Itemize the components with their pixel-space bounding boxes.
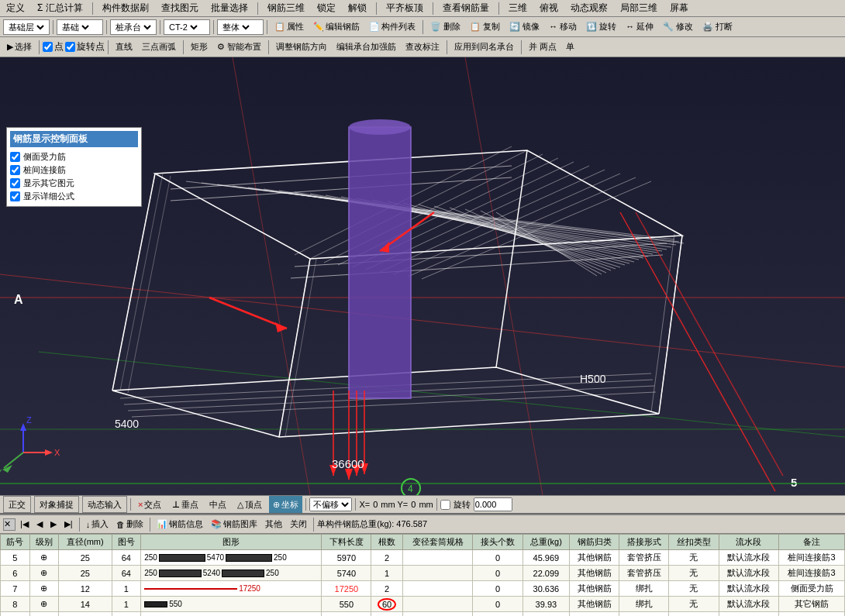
cell-note[interactable]: 其它钢筋 [779, 597, 845, 612]
print-button[interactable]: 🖨️ 打断 [698, 19, 736, 36]
arc-button[interactable]: 三点画弧 [138, 39, 180, 56]
cell-count[interactable]: 2 [371, 550, 402, 566]
menu-view-rebar[interactable]: 查看钢筋量 [440, 1, 492, 15]
adjust-dir-button[interactable]: 调整钢筋方向 [272, 39, 331, 56]
apply-same-button[interactable]: 应用到同名承台 [450, 39, 518, 56]
nav-last-button[interactable]: ▶| [61, 517, 76, 532]
menu-find[interactable]: 查找图元 [158, 1, 202, 15]
move-button[interactable]: ↔️ 移动 [545, 19, 581, 36]
cell-weight[interactable] [523, 612, 569, 617]
mid-button[interactable]: 中点 [205, 496, 230, 513]
cell-joint-cnt[interactable] [473, 612, 523, 617]
component-select[interactable]: 桩承台 [112, 22, 153, 33]
cell-count[interactable]: 60 [371, 597, 402, 612]
menu-define[interactable]: 定义 [3, 1, 28, 15]
cp-item-side-rebar[interactable]: 侧面受力筋 [10, 150, 138, 163]
cell-category[interactable]: 其他钢筋 [570, 550, 619, 566]
cell-weight[interactable]: 45.969 [523, 550, 569, 566]
cell-no[interactable]: 5 [1, 550, 30, 566]
layer-dropdown[interactable]: 基础层 [3, 19, 50, 35]
rotate-point-checkbox[interactable] [65, 42, 75, 52]
cell-var-spec[interactable] [402, 550, 473, 566]
rebar-info-button[interactable]: 📊 钢筋信息 [153, 517, 206, 532]
menu-unlock[interactable]: 解锁 [345, 1, 370, 15]
cell-splice[interactable]: 绑扎 [619, 581, 669, 597]
cell-cut-len[interactable]: 5970 [322, 550, 371, 566]
cell-dia[interactable]: 25 [59, 566, 112, 581]
table-row[interactable]: 5⊕2564 250 5470 250 59702045.969其他钢筋套管挤压… [1, 550, 845, 566]
cell-weight[interactable]: 22.099 [523, 566, 569, 581]
cell-level[interactable]: ⊕ [29, 581, 59, 597]
rotate-button[interactable]: 🔃 旋转 [582, 19, 620, 36]
menu-screen[interactable]: 屏幕 [667, 1, 692, 15]
single-button[interactable]: 单 [562, 39, 578, 56]
pile-rebar-checkbox[interactable] [10, 165, 20, 175]
nav-first-button[interactable]: |◀ [17, 517, 32, 532]
rect-button[interactable]: 矩形 [187, 39, 212, 56]
menu-local-3d[interactable]: 局部三维 [617, 1, 660, 15]
no-offset-select[interactable]: 不偏移 [309, 497, 352, 511]
edit-rebar-button[interactable]: ✏️ 编辑钢筋 [309, 19, 364, 36]
cell-splice[interactable]: 套管挤压 [619, 566, 669, 581]
cell-flow[interactable]: 默认流水段 [719, 581, 778, 597]
cell-flow[interactable]: 默认流水段 [719, 566, 778, 581]
cell-category[interactable]: 其他钢筋 [570, 566, 619, 581]
component-list-button[interactable]: 📄 构件列表 [365, 19, 419, 36]
vertex-button[interactable]: △ 顶点 [233, 496, 266, 513]
cell-no[interactable]: 9 [1, 612, 30, 617]
point-checkbox[interactable] [43, 42, 53, 52]
menu-align[interactable]: 平齐板顶 [383, 1, 426, 15]
copy-button[interactable]: 📋 复制 [466, 19, 504, 36]
cell-count[interactable]: 2 [371, 581, 402, 597]
cell-category[interactable]: 其他钢筋 [570, 597, 619, 612]
type-dropdown[interactable]: 基础 [57, 19, 103, 35]
cell-level[interactable] [29, 612, 59, 617]
menu-rebar3d[interactable]: 钢筋三维 [264, 1, 308, 15]
nav-next-button[interactable]: ▶ [47, 517, 60, 532]
component-dropdown[interactable]: 桩承台 [110, 19, 157, 35]
cell-var-spec[interactable] [402, 597, 473, 612]
cell-thread[interactable]: 无 [669, 581, 719, 597]
table-row[interactable]: 8⊕141 550 55060039.93其他钢筋绑扎无默认流水段其它钢筋 [1, 597, 845, 612]
id-select[interactable]: CT-2 [166, 22, 200, 33]
select-button[interactable]: ▶ 选择 [3, 39, 36, 56]
cell-fig[interactable] [112, 612, 141, 617]
cell-shape[interactable]: 250 5470 250 [141, 550, 322, 566]
cell-category[interactable] [570, 612, 619, 617]
extend-button[interactable]: ↔ 延伸 [622, 19, 657, 36]
menu-refresh[interactable]: 构件数据刷 [99, 1, 152, 15]
nav-prev-button[interactable]: ◀ [33, 517, 46, 532]
detail-formula-checkbox[interactable] [10, 191, 20, 201]
check-mark-button[interactable]: 查改标注 [402, 39, 443, 56]
cell-fig[interactable]: 64 [112, 550, 141, 566]
cell-thread[interactable]: 无 [669, 550, 719, 566]
mirror-button[interactable]: 🔄 镜像 [505, 19, 543, 36]
cell-no[interactable]: 7 [1, 581, 30, 597]
cell-dia[interactable]: 12 [59, 581, 112, 597]
side-rebar-checkbox[interactable] [10, 152, 20, 162]
delete-button[interactable]: 🗑️ 删除 [426, 19, 464, 36]
cell-no[interactable]: 6 [1, 566, 30, 581]
cell-weight[interactable]: 30.636 [523, 581, 569, 597]
cell-splice[interactable]: 绑扎 [619, 597, 669, 612]
menu-summary[interactable]: Σ 汇总计算 [34, 1, 86, 15]
cell-joint-cnt[interactable]: 0 [473, 566, 523, 581]
cell-count[interactable] [371, 612, 402, 617]
table-row[interactable]: 6⊕2564 250 5240 250 57401022.099其他钢筋套管挤压… [1, 566, 845, 581]
table-row[interactable]: 7⊕121 17250 172502030.636其他钢筋绑扎无默认流水段侧面受… [1, 581, 845, 597]
other-elem-checkbox[interactable] [10, 178, 20, 188]
perp-button[interactable]: ⊥ 垂点 [168, 496, 202, 513]
cell-thread[interactable]: 无 [669, 597, 719, 612]
close-button[interactable]: 关闭 [287, 517, 310, 532]
scope-select[interactable]: 整体 [219, 22, 252, 33]
cell-shape[interactable]: 17250 [141, 581, 322, 597]
prop-button[interactable]: 📋 属性 [271, 19, 308, 36]
rotation-input[interactable] [474, 497, 512, 511]
cell-flow[interactable]: 默认流水段 [719, 597, 778, 612]
coord-button[interactable]: ⊕ 坐标 [269, 496, 302, 513]
cell-var-spec[interactable] [402, 581, 473, 597]
cell-joint-cnt[interactable]: 0 [473, 550, 523, 566]
cell-category[interactable]: 其他钢筋 [570, 581, 619, 597]
cell-weight[interactable]: 39.93 [523, 597, 569, 612]
delete-row-button[interactable]: 🗑 删除 [113, 517, 147, 532]
